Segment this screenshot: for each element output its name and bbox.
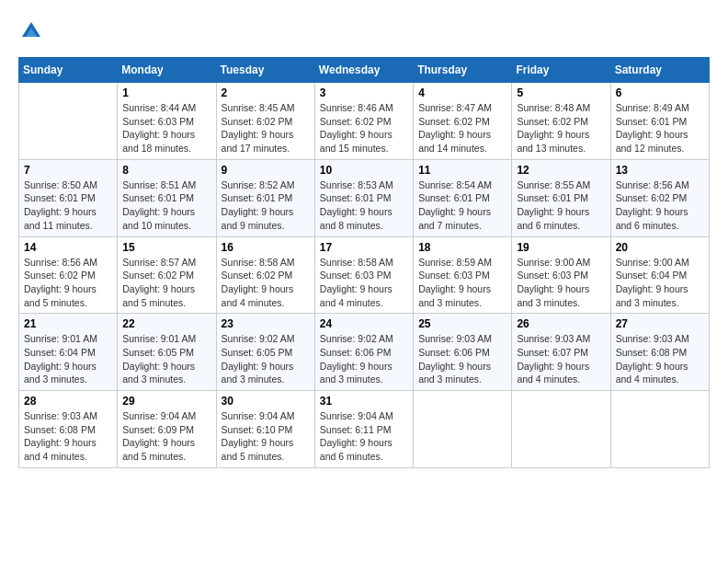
page-header [18, 18, 710, 48]
calendar-cell: 23 Sunrise: 9:02 AMSunset: 6:05 PMDaylig… [216, 314, 314, 391]
day-info: Sunrise: 8:57 AMSunset: 6:02 PMDaylight:… [122, 256, 210, 310]
day-number: 26 [517, 317, 605, 330]
logo-icon [18, 18, 44, 48]
calendar-header-row: SundayMondayTuesdayWednesdayThursdayFrid… [19, 58, 710, 83]
day-info: Sunrise: 9:04 AMSunset: 6:10 PMDaylight:… [222, 409, 310, 464]
day-info: Sunrise: 8:56 AMSunset: 6:02 PMDaylight:… [616, 178, 704, 233]
calendar-cell: 1 Sunrise: 8:44 AMSunset: 6:03 PMDayligh… [118, 83, 216, 160]
day-info: Sunrise: 8:44 AMSunset: 6:03 PMDaylight:… [122, 101, 210, 155]
day-number: 18 [418, 241, 506, 254]
calendar-cell [512, 391, 610, 468]
day-number: 22 [122, 317, 210, 330]
col-header-sunday: Sunday [19, 58, 118, 83]
day-info: Sunrise: 9:01 AMSunset: 6:04 PMDaylight:… [24, 332, 112, 386]
calendar-cell: 27 Sunrise: 9:03 AMSunset: 6:08 PMDaylig… [610, 314, 709, 391]
day-info: Sunrise: 9:03 AMSunset: 6:08 PMDaylight:… [24, 409, 112, 464]
day-info: Sunrise: 9:04 AMSunset: 6:11 PMDaylight:… [320, 409, 408, 464]
calendar-cell: 2 Sunrise: 8:45 AMSunset: 6:02 PMDayligh… [216, 83, 314, 160]
calendar-cell: 30 Sunrise: 9:04 AMSunset: 6:10 PMDaylig… [216, 391, 314, 468]
calendar-cell: 18 Sunrise: 8:59 AMSunset: 6:03 PMDaylig… [414, 236, 512, 314]
calendar-cell: 4 Sunrise: 8:47 AMSunset: 6:02 PMDayligh… [414, 83, 512, 160]
calendar-cell: 21 Sunrise: 9:01 AMSunset: 6:04 PMDaylig… [19, 314, 118, 391]
calendar-cell [414, 391, 512, 468]
calendar-cell [19, 83, 118, 160]
day-info: Sunrise: 8:48 AMSunset: 6:02 PMDaylight:… [517, 101, 605, 155]
day-number: 6 [616, 86, 704, 99]
day-number: 29 [122, 395, 210, 408]
day-info: Sunrise: 8:58 AMSunset: 6:03 PMDaylight:… [320, 256, 408, 310]
day-number: 17 [320, 241, 408, 254]
day-info: Sunrise: 8:55 AMSunset: 6:01 PMDaylight:… [517, 178, 605, 233]
day-number: 8 [122, 164, 210, 177]
day-number: 25 [418, 317, 506, 330]
day-info: Sunrise: 8:51 AMSunset: 6:01 PMDaylight:… [122, 178, 210, 233]
day-info: Sunrise: 9:02 AMSunset: 6:06 PMDaylight:… [320, 332, 408, 386]
calendar-table: SundayMondayTuesdayWednesdayThursdayFrid… [18, 57, 710, 468]
calendar-cell: 9 Sunrise: 8:52 AMSunset: 6:01 PMDayligh… [216, 159, 314, 236]
day-info: Sunrise: 9:01 AMSunset: 6:05 PMDaylight:… [122, 332, 210, 386]
day-info: Sunrise: 8:54 AMSunset: 6:01 PMDaylight:… [418, 178, 506, 233]
day-info: Sunrise: 9:03 AMSunset: 6:07 PMDaylight:… [517, 332, 605, 386]
col-header-thursday: Thursday [414, 58, 512, 83]
day-info: Sunrise: 8:56 AMSunset: 6:02 PMDaylight:… [24, 256, 112, 310]
calendar-cell: 28 Sunrise: 9:03 AMSunset: 6:08 PMDaylig… [19, 391, 118, 468]
col-header-wednesday: Wednesday [314, 58, 413, 83]
col-header-tuesday: Tuesday [216, 58, 314, 83]
calendar-cell: 26 Sunrise: 9:03 AMSunset: 6:07 PMDaylig… [512, 314, 610, 391]
calendar-cell: 13 Sunrise: 8:56 AMSunset: 6:02 PMDaylig… [610, 159, 709, 236]
day-number: 24 [320, 317, 408, 330]
day-number: 12 [517, 164, 605, 177]
calendar-cell: 14 Sunrise: 8:56 AMSunset: 6:02 PMDaylig… [19, 236, 118, 314]
day-info: Sunrise: 9:00 AMSunset: 6:04 PMDaylight:… [616, 256, 704, 310]
day-number: 23 [222, 317, 310, 330]
calendar-week-3: 14 Sunrise: 8:56 AMSunset: 6:02 PMDaylig… [19, 236, 710, 314]
logo [18, 18, 48, 48]
calendar-cell: 3 Sunrise: 8:46 AMSunset: 6:02 PMDayligh… [314, 83, 413, 160]
day-number: 2 [222, 86, 310, 99]
calendar-cell: 25 Sunrise: 9:03 AMSunset: 6:06 PMDaylig… [414, 314, 512, 391]
calendar-week-1: 1 Sunrise: 8:44 AMSunset: 6:03 PMDayligh… [19, 83, 710, 160]
calendar-cell: 19 Sunrise: 9:00 AMSunset: 6:03 PMDaylig… [512, 236, 610, 314]
day-number: 4 [418, 86, 506, 99]
day-info: Sunrise: 8:53 AMSunset: 6:01 PMDaylight:… [320, 178, 408, 233]
calendar-cell: 12 Sunrise: 8:55 AMSunset: 6:01 PMDaylig… [512, 159, 610, 236]
day-number: 3 [320, 86, 408, 99]
calendar-cell: 16 Sunrise: 8:58 AMSunset: 6:02 PMDaylig… [216, 236, 314, 314]
day-info: Sunrise: 9:00 AMSunset: 6:03 PMDaylight:… [517, 256, 605, 310]
day-number: 20 [616, 241, 704, 254]
calendar-cell: 15 Sunrise: 8:57 AMSunset: 6:02 PMDaylig… [118, 236, 216, 314]
day-info: Sunrise: 8:46 AMSunset: 6:02 PMDaylight:… [320, 101, 408, 155]
calendar-week-5: 28 Sunrise: 9:03 AMSunset: 6:08 PMDaylig… [19, 391, 710, 468]
calendar-cell: 8 Sunrise: 8:51 AMSunset: 6:01 PMDayligh… [118, 159, 216, 236]
calendar-cell: 24 Sunrise: 9:02 AMSunset: 6:06 PMDaylig… [314, 314, 413, 391]
day-number: 10 [320, 164, 408, 177]
day-number: 11 [418, 164, 506, 177]
calendar-cell: 17 Sunrise: 8:58 AMSunset: 6:03 PMDaylig… [314, 236, 413, 314]
calendar-cell: 22 Sunrise: 9:01 AMSunset: 6:05 PMDaylig… [118, 314, 216, 391]
day-info: Sunrise: 8:49 AMSunset: 6:01 PMDaylight:… [616, 101, 704, 155]
day-number: 5 [517, 86, 605, 99]
day-number: 16 [222, 241, 310, 254]
day-info: Sunrise: 8:58 AMSunset: 6:02 PMDaylight:… [222, 256, 310, 310]
day-number: 9 [222, 164, 310, 177]
day-info: Sunrise: 9:02 AMSunset: 6:05 PMDaylight:… [222, 332, 310, 386]
col-header-monday: Monday [118, 58, 216, 83]
day-number: 7 [24, 164, 112, 177]
day-number: 31 [320, 395, 408, 408]
col-header-friday: Friday [512, 58, 610, 83]
day-info: Sunrise: 9:04 AMSunset: 6:09 PMDaylight:… [122, 409, 210, 464]
day-number: 30 [222, 395, 310, 408]
calendar-cell: 20 Sunrise: 9:00 AMSunset: 6:04 PMDaylig… [610, 236, 709, 314]
day-info: Sunrise: 8:50 AMSunset: 6:01 PMDaylight:… [24, 178, 112, 233]
day-info: Sunrise: 9:03 AMSunset: 6:08 PMDaylight:… [616, 332, 704, 386]
calendar-cell: 11 Sunrise: 8:54 AMSunset: 6:01 PMDaylig… [414, 159, 512, 236]
calendar-cell: 6 Sunrise: 8:49 AMSunset: 6:01 PMDayligh… [610, 83, 709, 160]
calendar-cell: 29 Sunrise: 9:04 AMSunset: 6:09 PMDaylig… [118, 391, 216, 468]
day-number: 14 [24, 241, 112, 254]
day-info: Sunrise: 8:47 AMSunset: 6:02 PMDaylight:… [418, 101, 506, 155]
day-info: Sunrise: 9:03 AMSunset: 6:06 PMDaylight:… [418, 332, 506, 386]
day-number: 19 [517, 241, 605, 254]
day-number: 15 [122, 241, 210, 254]
calendar-cell: 10 Sunrise: 8:53 AMSunset: 6:01 PMDaylig… [314, 159, 413, 236]
day-number: 28 [24, 395, 112, 408]
